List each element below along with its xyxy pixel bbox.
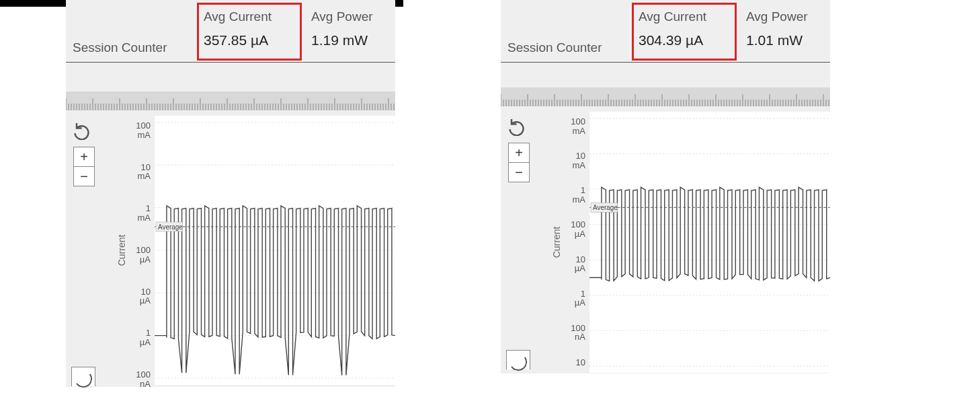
- zoom-in-button[interactable]: +: [74, 147, 94, 166]
- avg-current-value: 357.85 µA: [204, 32, 272, 48]
- avg-power-metric: Avg Power 1.01 mW: [746, 9, 808, 48]
- undo-button[interactable]: [73, 120, 93, 140]
- zoom-in-button[interactable]: +: [509, 143, 529, 162]
- zoom-group: + −: [73, 147, 95, 186]
- y-tick-label: 1µA: [121, 328, 151, 347]
- undo-button[interactable]: [508, 116, 528, 136]
- y-tick-label: 1mA: [556, 186, 585, 204]
- chart-controls: + −: [71, 120, 98, 186]
- current-plot[interactable]: Average: [589, 112, 830, 373]
- time-ruler[interactable]: [501, 87, 830, 106]
- y-tick-label: 10: [556, 358, 585, 367]
- y-tick-label: 100mA: [121, 121, 151, 139]
- y-ticks: 100mA10mA1mA100µA10µA1µA100nA10: [557, 112, 587, 373]
- avg-current-metric: Avg Current 304.39 µA: [639, 9, 706, 48]
- y-ticks: 100mA10mA1mA100µA10µA1µA100nA: [122, 116, 152, 385]
- avg-current-label: Avg Current: [204, 9, 272, 24]
- chart-area: Current 100mA10mA1mA100µA10µA1µA100nA Av…: [106, 116, 395, 385]
- avg-power-label: Avg Power: [311, 9, 373, 24]
- avg-current-value: 304.39 µA: [639, 32, 706, 48]
- y-tick-label: 10µA: [121, 287, 151, 306]
- y-tick-label: 100µA: [121, 246, 151, 264]
- avg-power-value: 1.19 mW: [311, 32, 373, 48]
- avg-power-value: 1.01 mW: [746, 32, 808, 48]
- y-tick-label: 100µA: [556, 220, 585, 238]
- plot-svg: Average: [155, 116, 395, 385]
- y-tick-label: 10mA: [556, 151, 585, 170]
- session-counter-label: Session Counter: [507, 40, 602, 55]
- ruler-ticks: [501, 87, 830, 106]
- avg-power-label: Avg Power: [746, 9, 808, 24]
- y-tick-label: 100mA: [556, 117, 585, 135]
- secondary-button[interactable]: [71, 367, 95, 386]
- avg-current-metric: Avg Current 357.85 µA: [204, 9, 272, 48]
- ruler-ticks: [66, 92, 395, 110]
- y-tick-label: 10mA: [121, 163, 151, 181]
- y-tick-label: 100nA: [556, 324, 585, 342]
- session-counter-label: Session Counter: [73, 40, 167, 55]
- current-plot[interactable]: Average: [155, 116, 395, 385]
- time-ruler[interactable]: [66, 92, 395, 110]
- zoom-out-button[interactable]: −: [74, 166, 94, 186]
- secondary-button[interactable]: [506, 350, 530, 369]
- zoom-out-button[interactable]: −: [509, 162, 529, 182]
- y-tick-label: 1µA: [556, 289, 585, 308]
- zoom-group: + −: [508, 143, 530, 182]
- chart-area: Current 100mA10mA1mA100µA10µA1µA100nA10 …: [541, 112, 830, 373]
- svg-text:Average: Average: [158, 223, 183, 231]
- y-tick-label: 10µA: [556, 255, 585, 273]
- y-tick-label: 1mA: [121, 204, 151, 222]
- metrics-header: Session Counter Avg Current 357.85 µA Av…: [66, 0, 395, 63]
- metrics-header: Session Counter Avg Current 304.39 µA Av…: [501, 0, 830, 63]
- avg-power-metric: Avg Power 1.19 mW: [311, 9, 373, 48]
- avg-current-label: Avg Current: [639, 9, 706, 24]
- plot-svg: Average: [589, 112, 830, 373]
- svg-text:Average: Average: [593, 204, 618, 211]
- y-tick-label: 100nA: [121, 370, 151, 388]
- measurement-panel-1: Session Counter Avg Current 357.85 µA Av…: [66, 0, 395, 387]
- measurement-panel-2: Session Counter Avg Current 304.39 µA Av…: [501, 0, 830, 373]
- chart-controls: + −: [506, 116, 533, 182]
